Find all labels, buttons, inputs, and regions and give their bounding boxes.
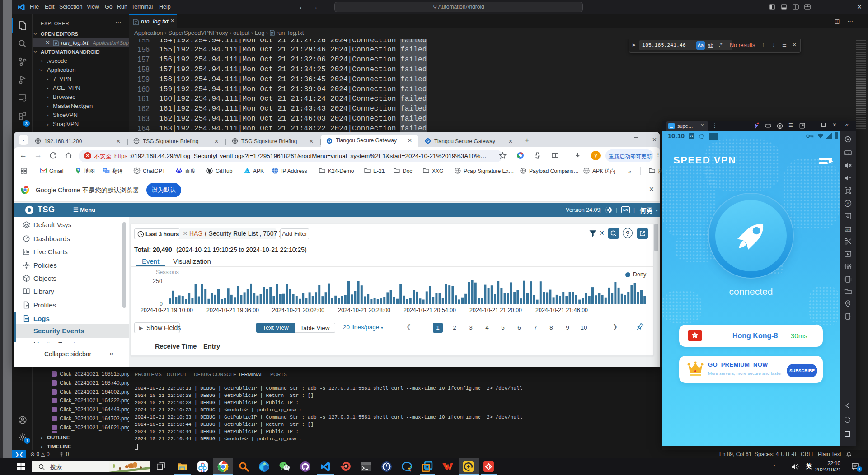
svg-text:APK: APK bbox=[845, 228, 850, 231]
svg-text:A: A bbox=[107, 170, 108, 173]
svg-text:A: A bbox=[846, 201, 849, 206]
svg-text:A: A bbox=[246, 170, 249, 173]
